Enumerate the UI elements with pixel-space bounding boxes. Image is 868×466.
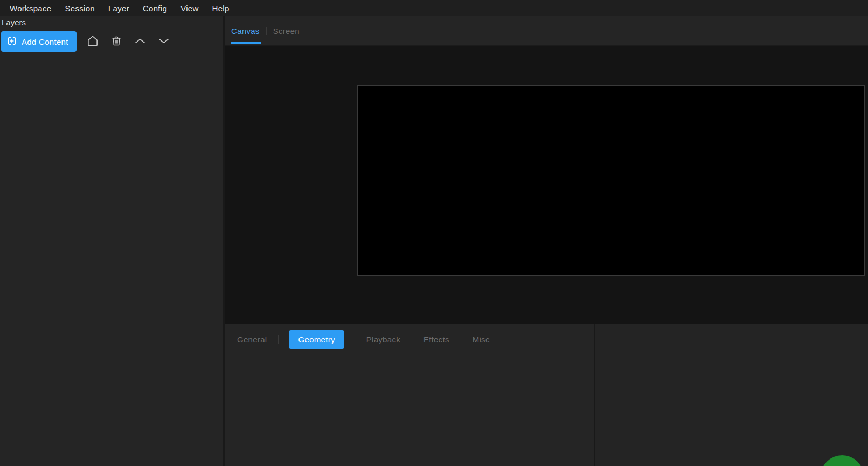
fab-green-button[interactable] bbox=[821, 455, 864, 466]
add-content-icon bbox=[6, 36, 17, 48]
chevron-down-icon bbox=[157, 34, 171, 50]
properties-content bbox=[225, 356, 594, 466]
tab-effects[interactable]: Effects bbox=[422, 331, 450, 348]
layers-toolbar: Add Content bbox=[1, 31, 171, 52]
tab-playback[interactable]: Playback bbox=[365, 331, 401, 348]
menu-layer[interactable]: Layer bbox=[108, 4, 129, 13]
tab-separator bbox=[355, 335, 355, 344]
canvas-viewport[interactable] bbox=[225, 45, 868, 336]
menubar: Workspace Session Layer Config View Help bbox=[0, 0, 868, 16]
preview-panel: Canvas Screen bbox=[225, 16, 868, 324]
menu-view[interactable]: View bbox=[180, 4, 198, 13]
tab-misc[interactable]: Misc bbox=[471, 331, 491, 348]
add-content-button[interactable]: Add Content bbox=[1, 31, 77, 52]
layers-panel-title: Layers bbox=[2, 18, 26, 27]
home-icon bbox=[86, 34, 100, 50]
properties-tabbar: General Geometry Playback Effects Misc bbox=[225, 324, 594, 355]
menu-config[interactable]: Config bbox=[143, 4, 167, 13]
tab-separator bbox=[461, 335, 461, 344]
properties-panel: General Geometry Playback Effects Misc bbox=[225, 324, 594, 466]
menu-workspace[interactable]: Workspace bbox=[10, 4, 51, 13]
output-screen-rectangle[interactable] bbox=[357, 85, 865, 276]
move-layer-up-button[interactable] bbox=[133, 34, 148, 49]
tab-general[interactable]: General bbox=[236, 331, 268, 348]
tab-separator bbox=[412, 335, 412, 344]
menu-help[interactable]: Help bbox=[212, 4, 230, 13]
add-content-label: Add Content bbox=[22, 37, 68, 46]
trash-icon bbox=[110, 35, 123, 49]
home-button[interactable] bbox=[85, 34, 100, 49]
tab-screen[interactable]: Screen bbox=[273, 16, 300, 45]
delete-layer-button[interactable] bbox=[109, 34, 124, 49]
bottom-right-panel bbox=[595, 324, 868, 466]
tab-geometry[interactable]: Geometry bbox=[289, 330, 344, 349]
layers-panel: Layers Add Content bbox=[0, 16, 223, 466]
chevron-up-icon bbox=[133, 34, 147, 50]
preview-tabbar: Canvas Screen bbox=[225, 16, 868, 45]
tab-separator bbox=[266, 27, 267, 35]
move-layer-down-button[interactable] bbox=[156, 34, 171, 49]
layer-list[interactable] bbox=[0, 56, 223, 466]
tab-separator bbox=[278, 335, 279, 344]
menu-session[interactable]: Session bbox=[65, 4, 94, 13]
tab-canvas[interactable]: Canvas bbox=[231, 16, 260, 45]
